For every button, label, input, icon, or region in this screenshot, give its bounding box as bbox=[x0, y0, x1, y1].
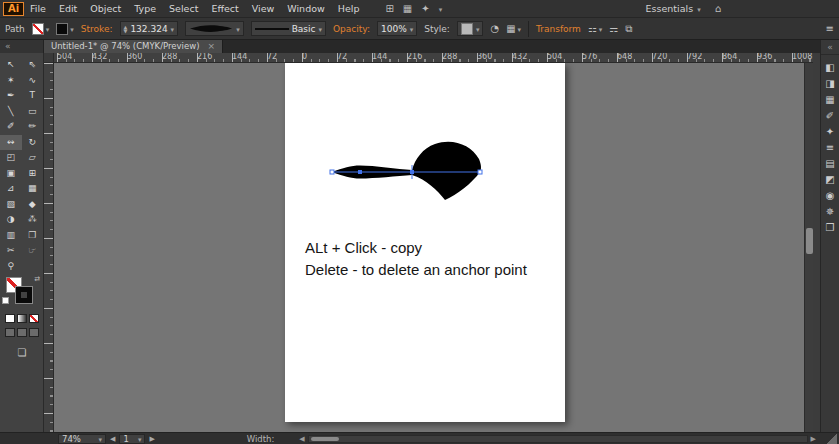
rotate-tool[interactable]: ↻ bbox=[22, 135, 44, 151]
lasso-tool[interactable]: ∿ bbox=[22, 73, 44, 89]
menu-object[interactable]: Object bbox=[90, 3, 121, 14]
none-mode-button[interactable] bbox=[29, 314, 39, 323]
fill-color-picker[interactable] bbox=[32, 23, 50, 35]
opacity-input[interactable]: 100% bbox=[377, 21, 417, 36]
arrange-documents-icon[interactable]: ⊞ bbox=[385, 1, 393, 17]
zoom-tool[interactable]: ⚲ bbox=[0, 259, 22, 275]
width-tool[interactable]: ↭ bbox=[0, 135, 22, 151]
symbol-sprayer-tool[interactable]: ⁂ bbox=[22, 212, 44, 228]
stroke-panel-icon[interactable]: ≡ bbox=[821, 140, 839, 156]
brush-definition-dropdown[interactable]: Basic bbox=[251, 21, 326, 36]
previous-artboard-icon[interactable]: ◀ bbox=[110, 435, 115, 443]
scroll-right-icon[interactable]: ▶ bbox=[808, 435, 819, 443]
stroke-panel-link[interactable]: Stroke: bbox=[81, 24, 113, 34]
app-logo-icon[interactable]: Ai bbox=[3, 2, 24, 16]
control-panel-menu-icon[interactable]: ≡ bbox=[826, 23, 834, 34]
canvas-viewport[interactable]: ALt + Click - copy Delete - to delete an… bbox=[54, 63, 804, 432]
vertical-ruler[interactable] bbox=[44, 63, 54, 432]
resize-grip[interactable] bbox=[825, 434, 837, 444]
workspace-grid-icon[interactable]: ✦ bbox=[421, 1, 429, 17]
menu-view[interactable]: View bbox=[252, 3, 275, 14]
selection-tool[interactable]: ↖ bbox=[0, 57, 22, 73]
align-options-icon[interactable]: ⚏ bbox=[588, 23, 602, 34]
menu-help[interactable]: Help bbox=[338, 3, 360, 14]
menu-file[interactable]: File bbox=[30, 3, 46, 14]
perspective-grid-tool[interactable]: ⊿ bbox=[0, 181, 22, 197]
paintbrush-tool[interactable]: ✐ bbox=[0, 119, 22, 135]
symbols-panel-icon[interactable]: ✦ bbox=[821, 124, 839, 140]
swatches-panel-icon[interactable]: ▦ bbox=[821, 92, 839, 108]
scroll-left-icon[interactable]: ◀ bbox=[296, 435, 307, 443]
magic-wand-tool[interactable]: ✶ bbox=[0, 73, 22, 89]
artboard-navigation-select[interactable]: 1 bbox=[119, 434, 145, 444]
vertical-scrollbar[interactable] bbox=[804, 63, 813, 432]
gradient-tool[interactable]: ▧ bbox=[0, 197, 22, 213]
chevron-down-icon[interactable] bbox=[439, 3, 443, 14]
layers-panel-icon[interactable]: ❐ bbox=[821, 220, 839, 236]
color-mode-button[interactable] bbox=[5, 314, 15, 323]
stroke-color-indicator[interactable] bbox=[16, 287, 32, 303]
zoom-level-select[interactable]: 74% bbox=[58, 434, 106, 444]
pen-tool[interactable]: ✒ bbox=[0, 88, 22, 104]
menu-select[interactable]: Select bbox=[169, 3, 198, 14]
free-transform-tool[interactable]: ▣ bbox=[0, 166, 22, 182]
hand-tool[interactable]: ☞ bbox=[22, 243, 44, 259]
line-segment-tool[interactable]: ╲ bbox=[0, 104, 22, 120]
document-tab[interactable]: Untitled-1* @ 74% (CMYK/Preview) × bbox=[44, 40, 223, 53]
type-tool[interactable]: T bbox=[22, 88, 44, 104]
vertical-scrollbar-thumb[interactable] bbox=[806, 228, 813, 254]
swap-fill-stroke-icon[interactable]: ⇄ bbox=[34, 275, 40, 283]
menu-type[interactable]: Type bbox=[134, 3, 156, 14]
panel-toggle-icon[interactable]: ⌂ bbox=[715, 1, 721, 17]
transform-panel-link[interactable]: Transform bbox=[536, 24, 581, 34]
toolbar-collapse-icon[interactable]: « bbox=[0, 40, 44, 53]
transparency-panel-icon[interactable]: ◩ bbox=[821, 172, 839, 188]
menu-window[interactable]: Window bbox=[287, 3, 324, 14]
gradient-panel-icon[interactable]: ▤ bbox=[821, 156, 839, 172]
artboard-tool[interactable]: ❐ bbox=[22, 228, 44, 244]
distribute-options-icon[interactable]: ⚎ bbox=[609, 23, 618, 34]
blend-tool[interactable]: ◑ bbox=[0, 212, 22, 228]
draw-inside-button[interactable] bbox=[29, 328, 39, 337]
eyedropper-tool[interactable]: ◆ bbox=[22, 197, 44, 213]
column-graph-tool[interactable]: ▥ bbox=[0, 228, 22, 244]
graphic-styles-panel-icon[interactable]: ✵ bbox=[821, 204, 839, 220]
stroke-weight-input[interactable]: 132.324 bbox=[120, 21, 179, 36]
recolor-artwork-icon[interactable]: ◔ bbox=[490, 23, 499, 34]
rectangle-tool[interactable]: ▭ bbox=[22, 104, 44, 120]
color-panel-icon[interactable]: ◧ bbox=[821, 60, 839, 76]
menu-effect[interactable]: Effect bbox=[211, 3, 238, 14]
gradient-mode-button[interactable] bbox=[17, 314, 27, 323]
menu-edit[interactable]: Edit bbox=[59, 3, 77, 14]
horizontal-ruler[interactable]: 5044323602882161447207214421628836043250… bbox=[54, 53, 813, 63]
stroke-color-picker[interactable] bbox=[56, 23, 74, 35]
width-profile-dropdown[interactable] bbox=[185, 21, 244, 36]
dock-collapse-icon[interactable]: « bbox=[821, 40, 839, 55]
document-layout-icon[interactable]: ▦ bbox=[403, 1, 412, 17]
pencil-tool[interactable]: ✏ bbox=[22, 119, 44, 135]
default-fill-stroke-icon[interactable] bbox=[2, 297, 9, 304]
brushes-panel-icon[interactable]: ✐ bbox=[821, 108, 839, 124]
isolate-selected-object-icon[interactable]: ⧉ bbox=[625, 23, 632, 35]
slice-tool[interactable]: ✂ bbox=[0, 243, 22, 259]
mesh-tool[interactable]: ▦ bbox=[22, 181, 44, 197]
next-artboard-icon[interactable]: ▶ bbox=[149, 435, 154, 443]
screen-mode-button[interactable]: ❏ bbox=[0, 347, 44, 358]
shear-tool[interactable]: ▱ bbox=[22, 150, 44, 166]
shape-builder-tool[interactable]: ⊞ bbox=[22, 166, 44, 182]
draw-normal-button[interactable] bbox=[5, 328, 15, 337]
appearance-panel-icon[interactable]: ◉ bbox=[821, 188, 839, 204]
color-guide-panel-icon[interactable]: ◨ bbox=[821, 76, 839, 92]
direct-selection-tool[interactable]: ⇖ bbox=[22, 57, 44, 73]
horizontal-scrollbar[interactable]: ◀ ▶ bbox=[296, 435, 819, 443]
stepper-arrows-icon[interactable] bbox=[124, 25, 128, 33]
opacity-panel-link[interactable]: Opacity: bbox=[333, 24, 370, 34]
swatch-libraries-icon[interactable]: ▦ bbox=[506, 23, 521, 34]
style-dropdown[interactable] bbox=[457, 21, 484, 36]
scale-tool[interactable]: ◰ bbox=[0, 150, 22, 166]
horizontal-scrollbar-track[interactable] bbox=[308, 435, 808, 443]
tab-close-icon[interactable]: × bbox=[207, 40, 215, 53]
horizontal-scrollbar-thumb[interactable] bbox=[311, 437, 339, 441]
ruler-origin-corner[interactable] bbox=[44, 53, 54, 63]
workspace-switcher[interactable]: Essentials bbox=[646, 3, 701, 14]
